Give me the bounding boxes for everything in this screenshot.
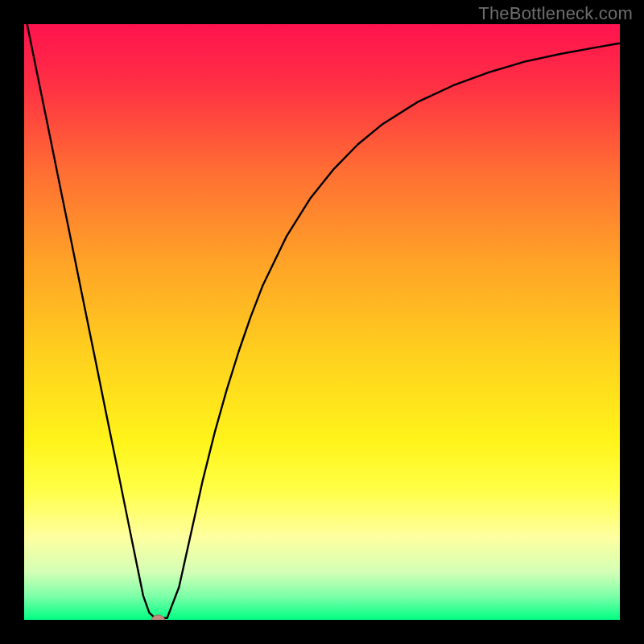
gradient-background [24, 24, 620, 620]
plot-area [24, 24, 620, 620]
bottleneck-chart [24, 24, 620, 620]
watermark-text: TheBottleneck.com [478, 3, 633, 24]
chart-frame: TheBottleneck.com [0, 0, 644, 644]
